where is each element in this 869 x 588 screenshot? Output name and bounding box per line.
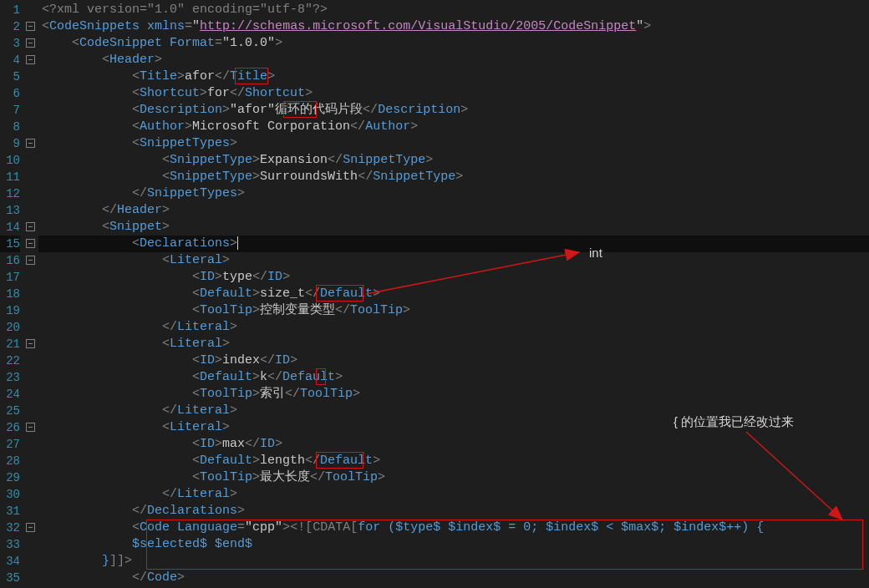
code-line[interactable]: <Title>afor</Title>	[38, 68, 869, 85]
code-line[interactable]: <ToolTip>控制变量类型</ToolTip>	[38, 302, 869, 319]
code-line[interactable]: <CodeSnippet Format="1.0.0">	[38, 35, 869, 52]
code-line[interactable]: </Declarations>	[38, 503, 869, 520]
code-line[interactable]: <Snippet>	[38, 219, 869, 236]
annotation-int: int	[589, 245, 602, 261]
code-line[interactable]: <ID>type</ID>	[38, 269, 869, 286]
line-number-gutter: 1234567891011121314151617181920212223242…	[0, 0, 25, 588]
code-line[interactable]: <SnippetType>SurroundsWith</SnippetType>	[38, 169, 869, 185]
code-line[interactable]: </Code>	[38, 570, 869, 586]
code-line[interactable]: <Shortcut>for</Shortcut>	[38, 85, 869, 102]
code-area[interactable]: <?xml version="1.0" encoding="utf-8"?><C…	[38, 0, 869, 588]
code-line[interactable]: <ToolTip>索引</ToolTip>	[38, 386, 869, 403]
code-line[interactable]: <ID>max</ID>	[38, 436, 869, 453]
fold-gutter	[25, 0, 38, 588]
code-line[interactable]: <Literal>	[38, 252, 869, 269]
code-line[interactable]: <Header>	[38, 52, 869, 68]
code-line[interactable]: </Literal>	[38, 486, 869, 503]
annotation-brace: { 的位置我已经改过来	[673, 413, 794, 430]
code-line[interactable]: <ID>index</ID>	[38, 352, 869, 369]
code-line[interactable]: <CodeSnippets xmlns="http://schemas.micr…	[38, 18, 869, 35]
code-line[interactable]: <ToolTip>最大长度</ToolTip>	[38, 469, 869, 486]
code-line[interactable]: $selected$ $end$	[38, 536, 869, 553]
code-line[interactable]: <Description>"afor"循环的代码片段</Description>	[38, 102, 869, 119]
code-line[interactable]: <Default>length</Default>	[38, 453, 869, 469]
code-line[interactable]: <SnippetTypes>	[38, 135, 869, 152]
code-line[interactable]: </SnippetTypes>	[38, 185, 869, 202]
code-line[interactable]: <Author>Microsoft Corporation</Author>	[38, 119, 869, 135]
code-line[interactable]: <Default>k</Default>	[38, 369, 869, 386]
code-line[interactable]: <SnippetType>Expansion</SnippetType>	[38, 152, 869, 169]
code-line[interactable]: <Default>size_t</Default>	[38, 286, 869, 302]
code-line[interactable]: </Header>	[38, 202, 869, 219]
code-line[interactable]: <?xml version="1.0" encoding="utf-8"?>	[38, 2, 869, 18]
code-editor[interactable]: 1234567891011121314151617181920212223242…	[0, 0, 869, 588]
code-line[interactable]: <Literal>	[38, 336, 869, 352]
code-line[interactable]: }]]>	[38, 553, 869, 570]
code-line[interactable]: <Code Language="cpp"><![CDATA[for ($type…	[38, 520, 869, 536]
code-line[interactable]: </Literal>	[38, 319, 869, 336]
code-line[interactable]: <Declarations>	[38, 236, 869, 252]
